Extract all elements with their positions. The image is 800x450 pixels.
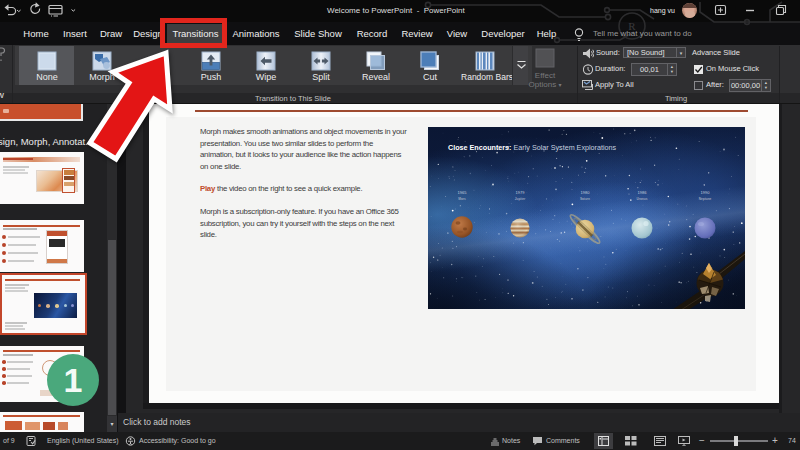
- svg-text:Close Encounters: Early Solar: Close Encounters: Early Solar System Exp…: [448, 143, 617, 152]
- svg-text:1986: 1986: [638, 190, 648, 195]
- svg-text:1965: 1965: [458, 190, 468, 195]
- svg-text:Jupiter: Jupiter: [515, 197, 526, 201]
- svg-text:Mars: Mars: [458, 197, 466, 201]
- svg-text:1980: 1980: [581, 190, 591, 195]
- svg-text:Uranus: Uranus: [637, 197, 648, 201]
- svg-text:Neptune: Neptune: [699, 197, 712, 201]
- svg-text:Saturn: Saturn: [580, 197, 590, 201]
- svg-text:1990: 1990: [701, 190, 711, 195]
- svg-text:1979: 1979: [516, 190, 526, 195]
